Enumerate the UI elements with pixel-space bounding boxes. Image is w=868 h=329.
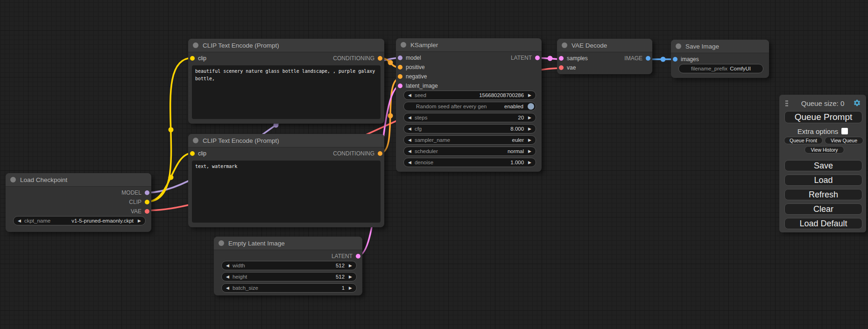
input-slot-negative-dot[interactable] (398, 74, 402, 79)
increment-arrow-icon[interactable]: ▶ (528, 138, 531, 142)
decrement-arrow-icon[interactable]: ◀ (408, 116, 411, 120)
empty-latent-image-title-bar[interactable]: Empty Latent Image (214, 237, 362, 250)
decrement-arrow-icon[interactable]: ◀ (408, 93, 411, 98)
link-conditioning-negative-midpoint-dot[interactable] (388, 113, 393, 119)
queue-panel: Queue size: 0 Queue Prompt Extra options… (779, 95, 866, 232)
collapse-dot-icon[interactable] (676, 43, 681, 49)
node-empty-latent-image[interactable]: Empty Latent ImageLATENT◀width512▶◀heigh… (214, 237, 362, 295)
increment-arrow-icon[interactable]: ▶ (349, 286, 352, 290)
input-slot-vae-dot[interactable] (559, 65, 564, 70)
output-slot-MODEL-dot[interactable] (145, 190, 149, 195)
widget-seed[interactable]: ◀seed156680208700286▶ (403, 91, 536, 100)
input-slot-latent_image-dot[interactable] (398, 84, 402, 88)
extra-options-checkbox[interactable] (841, 128, 848, 134)
node-vae-decode[interactable]: VAE DecodesamplesIMAGEvae (557, 39, 652, 74)
node-save-image[interactable]: Save Imageimagesfilename_prefixComfyUI (671, 40, 769, 78)
input-slot-clip-dot[interactable] (190, 56, 195, 61)
load-default-button[interactable]: Load Default (784, 218, 862, 229)
widget-random-seed-after-every-gen[interactable]: Random seed after every genenabled (403, 102, 536, 111)
link-clip-negative-midpoint-dot[interactable] (169, 175, 174, 180)
input-slot-label: positive (406, 64, 425, 70)
widget-value: 8.000 (510, 126, 524, 132)
load-checkpoint-title-bar[interactable]: Load Checkpoint (6, 173, 151, 187)
save-image-title-bar[interactable]: Save Image (671, 40, 769, 53)
node-clip-text-encode-negative[interactable]: CLIP Text Encode (Prompt)clipCONDITIONIN… (188, 134, 384, 227)
decrement-arrow-icon[interactable]: ◀ (226, 264, 229, 268)
clip-text-encode-negative-title-bar[interactable]: CLIP Text Encode (Prompt) (188, 134, 384, 147)
increment-arrow-icon[interactable]: ▶ (528, 116, 531, 120)
widget-width[interactable]: ◀width512▶ (221, 261, 357, 270)
collapse-dot-icon[interactable] (10, 177, 16, 182)
node-graph-canvas[interactable]: Load CheckpointMODELCLIPVAE◀ckpt_namev1-… (0, 0, 868, 329)
decrement-arrow-icon[interactable]: ◀ (408, 127, 411, 131)
toggle-circle-icon[interactable] (528, 103, 534, 110)
decrement-arrow-icon[interactable]: ◀ (226, 275, 229, 279)
output-slot-CONDITIONING-dot[interactable] (378, 151, 382, 156)
widget-sampler_name[interactable]: ◀sampler_nameeuler▶ (403, 135, 536, 145)
ksampler-title-bar[interactable]: KSampler (396, 38, 542, 52)
decrement-arrow-icon[interactable]: ◀ (408, 161, 411, 165)
decrement-arrow-icon[interactable]: ◀ (408, 149, 411, 154)
node-load-checkpoint[interactable]: Load CheckpointMODELCLIPVAE◀ckpt_namev1-… (6, 173, 151, 232)
widget-ckpt_name[interactable]: ◀ckpt_namev1-5-pruned-emaonly.ckpt▶ (13, 216, 146, 225)
slot-row: modelLATENT (396, 53, 542, 63)
widget-label: cfg (415, 126, 422, 132)
input-slot-label: latent_image (406, 83, 438, 89)
widget-steps[interactable]: ◀steps20▶ (403, 113, 536, 122)
slot-row: clipCONDITIONING (188, 149, 384, 158)
decrement-arrow-icon[interactable]: ◀ (226, 286, 229, 290)
slot-row: vae (557, 63, 652, 72)
collapse-dot-icon[interactable] (193, 138, 198, 143)
link-clip-positive-midpoint-dot[interactable] (169, 127, 174, 133)
collapse-dot-icon[interactable] (193, 42, 198, 48)
link-latent-vaedecode-midpoint-dot[interactable] (548, 56, 553, 61)
refresh-button[interactable]: Refresh (784, 189, 862, 200)
prompt-textarea[interactable]: beautiful scenery nature glass bottle la… (192, 65, 381, 119)
input-slot-positive-dot[interactable] (398, 65, 402, 70)
widget-cfg[interactable]: ◀cfg8.000▶ (403, 124, 536, 133)
view-history-button[interactable]: View History (804, 146, 844, 154)
output-slot-CONDITIONING-dot[interactable] (378, 56, 382, 61)
node-ksampler[interactable]: KSamplermodelLATENTpositivenegativelaten… (396, 38, 542, 172)
increment-arrow-icon[interactable]: ▶ (138, 219, 141, 223)
prompt-textarea[interactable]: text, watermark (192, 161, 381, 223)
widget-denoise[interactable]: ◀denoise1.000▶ (403, 158, 536, 167)
widget-scheduler[interactable]: ◀schedulernormal▶ (403, 147, 536, 156)
queue-prompt-button[interactable]: Queue Prompt (784, 111, 862, 123)
widget-height[interactable]: ◀height512▶ (221, 272, 357, 281)
increment-arrow-icon[interactable]: ▶ (349, 275, 352, 279)
link-image-midpoint-dot[interactable] (661, 57, 666, 62)
collapse-dot-icon[interactable] (562, 42, 567, 48)
view-queue-button[interactable]: View Queue (825, 137, 863, 144)
output-slot-IMAGE-dot[interactable] (646, 56, 650, 61)
load-button[interactable]: Load (784, 175, 862, 186)
increment-arrow-icon[interactable]: ▶ (528, 161, 531, 165)
node-clip-text-encode-positive[interactable]: CLIP Text Encode (Prompt)clipCONDITIONIN… (188, 39, 384, 124)
save-button[interactable]: Save (784, 160, 862, 171)
clear-button[interactable]: Clear (784, 203, 862, 215)
output-slot-CLIP-dot[interactable] (145, 200, 149, 204)
collapse-dot-icon[interactable] (219, 240, 224, 246)
widget-batch_size[interactable]: ◀batch_size1▶ (221, 283, 357, 293)
increment-arrow-icon[interactable]: ▶ (528, 127, 531, 131)
decrement-arrow-icon[interactable]: ◀ (408, 138, 411, 142)
clip-text-encode-positive-title-bar[interactable]: CLIP Text Encode (Prompt) (188, 39, 384, 52)
increment-arrow-icon[interactable]: ▶ (528, 93, 531, 98)
widget-label: scheduler (415, 148, 438, 154)
vae-decode-title-bar[interactable]: VAE Decode (557, 39, 652, 52)
collapse-dot-icon[interactable] (401, 42, 406, 48)
input-slot-clip-dot[interactable] (190, 151, 195, 156)
increment-arrow-icon[interactable]: ▶ (528, 149, 531, 154)
decrement-arrow-icon[interactable]: ◀ (18, 219, 21, 223)
input-slot-model-dot[interactable] (398, 56, 402, 60)
widget-filename_prefix[interactable]: filename_prefixComfyUI (678, 64, 763, 73)
link-conditioning-positive-midpoint-dot[interactable] (388, 60, 393, 65)
output-slot-LATENT-dot[interactable] (356, 254, 360, 259)
increment-arrow-icon[interactable]: ▶ (349, 264, 352, 268)
settings-gear-icon[interactable] (853, 99, 861, 107)
input-slot-samples-dot[interactable] (559, 56, 564, 61)
input-slot-images-dot[interactable] (673, 57, 677, 62)
queue-front-button[interactable]: Queue Front (784, 137, 823, 144)
output-slot-LATENT-dot[interactable] (535, 56, 540, 60)
output-slot-VAE-dot[interactable] (145, 209, 149, 214)
